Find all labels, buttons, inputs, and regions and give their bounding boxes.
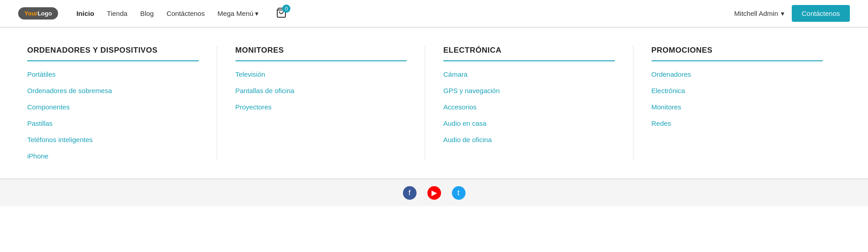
mega-col-ordenadores: ORDENADORES Y DISPOSITIVOS Portátiles Or… bbox=[27, 46, 217, 160]
link-accesorios[interactable]: Accesorios bbox=[443, 103, 476, 111]
col-list-monitores: Televisión Pantallas de oficina Proyecto… bbox=[235, 70, 407, 111]
link-promo-monitores[interactable]: Monitores bbox=[652, 103, 682, 111]
header: YourLogo Inicio Tienda Blog Contáctenos … bbox=[0, 0, 868, 27]
col-list-promociones: Ordenadores Electrónica Monitores Redes bbox=[652, 70, 823, 128]
mega-menu-trigger[interactable]: Mega Menú ▾ bbox=[217, 10, 259, 18]
list-item: Componentes bbox=[27, 103, 199, 111]
nav-tienda[interactable]: Tienda bbox=[107, 10, 128, 17]
contact-button[interactable]: Contáctenos bbox=[792, 5, 850, 22]
list-item: Televisión bbox=[235, 70, 407, 79]
user-menu[interactable]: Mitchell Admin ▾ bbox=[734, 10, 785, 18]
cart-icon[interactable]: 0 bbox=[276, 7, 287, 20]
col-title-electronica: ELECTRÓNICA bbox=[443, 46, 615, 61]
link-promo-ordenadores[interactable]: Ordenadores bbox=[652, 70, 691, 78]
link-pastillas[interactable]: Pastillas bbox=[27, 119, 53, 127]
list-item: Cámara bbox=[443, 70, 615, 79]
col-list-electronica: Cámara GPS y navegación Accesorios Audio… bbox=[443, 70, 615, 144]
link-audio-oficina[interactable]: Audio de oficina bbox=[443, 136, 492, 143]
nav-inicio[interactable]: Inicio bbox=[76, 10, 94, 17]
nav-contactenos[interactable]: Contáctenos bbox=[167, 10, 205, 17]
link-promo-redes[interactable]: Redes bbox=[652, 119, 671, 127]
list-item: Redes bbox=[652, 119, 823, 128]
mega-menu-panel: ORDENADORES Y DISPOSITIVOS Portátiles Or… bbox=[0, 27, 868, 179]
link-gps-navegacion[interactable]: GPS y navegación bbox=[443, 87, 500, 94]
header-right: Mitchell Admin ▾ Contáctenos bbox=[734, 5, 850, 22]
chevron-down-icon: ▾ bbox=[255, 10, 259, 18]
logo[interactable]: YourLogo bbox=[18, 7, 58, 20]
col-list-ordenadores: Portátiles Ordenadores de sobremesa Comp… bbox=[27, 70, 199, 160]
link-television[interactable]: Televisión bbox=[235, 70, 265, 78]
list-item: Teléfonos inteligentes bbox=[27, 136, 199, 144]
facebook-icon[interactable]: f bbox=[403, 186, 417, 200]
mega-menu-label: Mega Menú bbox=[217, 10, 253, 17]
list-item: Portátiles bbox=[27, 70, 199, 79]
list-item: Ordenadores de sobremesa bbox=[27, 87, 199, 95]
list-item: Electrónica bbox=[652, 87, 823, 95]
link-pantallas-oficina[interactable]: Pantallas de oficina bbox=[235, 87, 294, 94]
youtube-icon[interactable]: ▶ bbox=[427, 186, 441, 200]
footer-strip: f ▶ t bbox=[0, 179, 868, 206]
list-item: Accesorios bbox=[443, 103, 615, 111]
link-camara[interactable]: Cámara bbox=[443, 70, 467, 78]
mega-col-electronica: ELECTRÓNICA Cámara GPS y navegación Acce… bbox=[443, 46, 633, 160]
link-audio-casa[interactable]: Audio en casa bbox=[443, 119, 486, 127]
list-item: Monitores bbox=[652, 103, 823, 111]
col-title-monitores: MONITORES bbox=[235, 46, 407, 61]
main-nav: Inicio Tienda Blog Contáctenos Mega Menú… bbox=[76, 7, 734, 20]
link-iphone[interactable]: iPhone bbox=[27, 152, 49, 160]
list-item: Ordenadores bbox=[652, 70, 823, 79]
col-title-promociones: PROMOCIONES bbox=[652, 46, 823, 61]
link-ordenadores-sobremesa[interactable]: Ordenadores de sobremesa bbox=[27, 87, 112, 94]
link-telefonos-inteligentes[interactable]: Teléfonos inteligentes bbox=[27, 136, 93, 143]
list-item: Audio de oficina bbox=[443, 136, 615, 144]
list-item: Pastillas bbox=[27, 119, 199, 128]
nav-blog[interactable]: Blog bbox=[140, 10, 154, 17]
list-item: GPS y navegación bbox=[443, 87, 615, 95]
cart-badge: 0 bbox=[282, 5, 290, 13]
col-title-ordenadores: ORDENADORES Y DISPOSITIVOS bbox=[27, 46, 199, 61]
link-portatiles[interactable]: Portátiles bbox=[27, 70, 56, 78]
mega-col-promociones: PROMOCIONES Ordenadores Electrónica Moni… bbox=[652, 46, 841, 160]
link-componentes[interactable]: Componentes bbox=[27, 103, 69, 111]
twitter-icon[interactable]: t bbox=[452, 186, 466, 200]
list-item: Proyectores bbox=[235, 103, 407, 111]
mega-col-monitores: MONITORES Televisión Pantallas de oficin… bbox=[235, 46, 426, 160]
list-item: Pantallas de oficina bbox=[235, 87, 407, 95]
user-dropdown-icon: ▾ bbox=[781, 10, 785, 18]
list-item: iPhone bbox=[27, 152, 199, 160]
link-proyectores[interactable]: Proyectores bbox=[235, 103, 272, 111]
link-promo-electronica[interactable]: Electrónica bbox=[652, 87, 685, 94]
user-name: Mitchell Admin bbox=[734, 10, 778, 17]
list-item: Audio en casa bbox=[443, 119, 615, 128]
